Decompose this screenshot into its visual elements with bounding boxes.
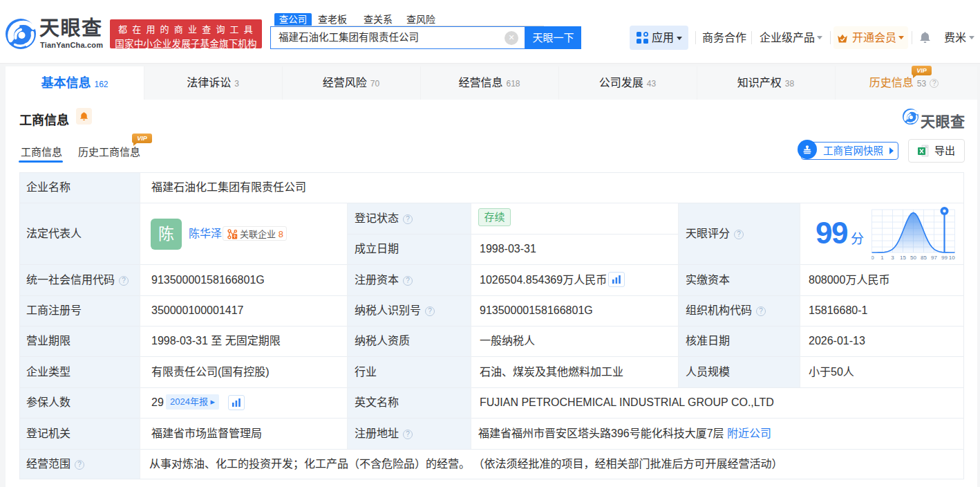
svg-text:15: 15 (900, 255, 906, 261)
svg-text:100: 100 (949, 255, 955, 261)
svg-text:3: 3 (891, 255, 894, 261)
svg-text:97: 97 (931, 255, 937, 261)
svg-text:50: 50 (910, 255, 916, 261)
svg-text:99: 99 (941, 255, 948, 261)
svg-text:0: 0 (871, 255, 874, 261)
svg-text:1: 1 (880, 255, 884, 261)
svg-text:85: 85 (921, 255, 927, 261)
